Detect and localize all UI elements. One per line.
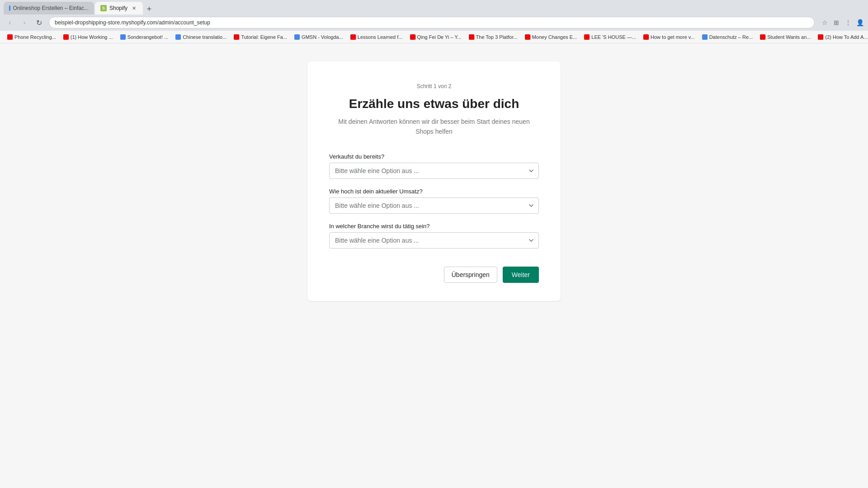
bookmark-9[interactable]: Money Changes E... bbox=[523, 33, 579, 41]
bookmark-label-12: Datenschutz – Re... bbox=[709, 34, 753, 40]
bookmark-4[interactable]: Tutorial: Eigene Fa... bbox=[232, 33, 289, 41]
bookmark-6[interactable]: Lessons Learned f... bbox=[349, 33, 405, 41]
new-tab-button[interactable]: + bbox=[144, 4, 155, 14]
bookmark-label-11: How to get more v... bbox=[651, 34, 695, 40]
bookmark-7[interactable]: Qing Fei De Yi – Y... bbox=[408, 33, 463, 41]
bookmark-favicon-9 bbox=[525, 34, 530, 40]
skip-button[interactable]: Überspringen bbox=[444, 267, 497, 283]
bookmark-favicon-0 bbox=[7, 34, 13, 40]
back-button[interactable]: ‹ bbox=[4, 16, 16, 29]
page-content: Schritt 1 von 2 Erzähle uns etwas über d… bbox=[0, 43, 868, 488]
bookmark-favicon-11 bbox=[643, 34, 649, 40]
bookmark-12[interactable]: Datenschutz – Re... bbox=[700, 33, 755, 41]
bookmark-favicon-13 bbox=[760, 34, 765, 40]
bookmark-13[interactable]: Student Wants an... bbox=[758, 33, 812, 41]
bookmark-favicon-12 bbox=[702, 34, 708, 40]
bookmark-favicon-5 bbox=[294, 34, 300, 40]
bookmark-icon[interactable]: ☆ bbox=[820, 18, 829, 27]
bookmark-label-4: Tutorial: Eigene Fa... bbox=[241, 34, 287, 40]
next-button[interactable]: Weiter bbox=[503, 267, 539, 283]
bookmark-label-5: GMSN - Vologda... bbox=[302, 34, 343, 40]
form-group-revenue: Wie hoch ist dein aktueller Umsatz? Bitt… bbox=[329, 188, 539, 214]
bookmark-favicon-14 bbox=[818, 34, 823, 40]
menu-icon[interactable]: ⋮ bbox=[844, 18, 853, 27]
form-group-selling: Verkaufst du bereits? Bitte wähle eine O… bbox=[329, 153, 539, 179]
bookmark-10[interactable]: LEE 'S HOUSE —... bbox=[582, 33, 638, 41]
browser-tab-2[interactable]: S Shopify ✕ bbox=[95, 2, 143, 14]
browser-chrome: Onlineshop Erstellen – Einfac... S Shopi… bbox=[0, 0, 868, 43]
form-group-industry: In welcher Branche wirst du tätig sein? … bbox=[329, 223, 539, 249]
profile-icon[interactable]: 👤 bbox=[855, 18, 864, 27]
field3-label: In welcher Branche wirst du tätig sein? bbox=[329, 223, 539, 230]
browser-tabs-bar: Onlineshop Erstellen – Einfac... S Shopi… bbox=[0, 0, 868, 14]
bookmark-5[interactable]: GMSN - Vologda... bbox=[292, 33, 345, 41]
page-title: Erzähle uns etwas über dich bbox=[329, 97, 539, 111]
browser-tab-1[interactable]: Onlineshop Erstellen – Einfac... bbox=[4, 2, 94, 14]
bookmark-favicon-6 bbox=[350, 34, 356, 40]
bookmark-label-8: The Top 3 Platfor... bbox=[476, 34, 518, 40]
refresh-button[interactable]: ↻ bbox=[33, 16, 45, 29]
url-text: beispiel-dropshipping-store.myshopify.co… bbox=[55, 19, 210, 26]
nav-buttons: ‹ › ↻ bbox=[4, 16, 45, 29]
bookmark-label-13: Student Wants an... bbox=[767, 34, 811, 40]
bookmark-11[interactable]: How to get more v... bbox=[642, 33, 697, 41]
bookmark-label-2: Sonderangebot! ... bbox=[127, 34, 169, 40]
bookmark-label-10: LEE 'S HOUSE —... bbox=[591, 34, 636, 40]
address-bar[interactable]: beispiel-dropshipping-store.myshopify.co… bbox=[49, 17, 815, 28]
forward-button[interactable]: › bbox=[18, 16, 31, 29]
bookmark-favicon-2 bbox=[120, 34, 126, 40]
field1-select[interactable]: Bitte wähle eine Option aus ... Ja Nein bbox=[329, 163, 539, 179]
browser-action-buttons: ☆ ⊞ ⋮ 👤 bbox=[820, 18, 864, 27]
field1-label: Verkaufst du bereits? bbox=[329, 153, 539, 160]
card-footer: Überspringen Weiter bbox=[329, 267, 539, 283]
bookmark-favicon-10 bbox=[584, 34, 590, 40]
step-indicator: Schritt 1 von 2 bbox=[329, 83, 539, 89]
bookmark-label-3: Chinese translatio... bbox=[183, 34, 226, 40]
tab1-favicon bbox=[9, 5, 10, 11]
bookmark-label-0: Phone Recycling... bbox=[14, 34, 56, 40]
tab2-favicon: S bbox=[100, 5, 107, 11]
bookmarks-bar: Phone Recycling... (1) How Working ... S… bbox=[0, 31, 868, 43]
bookmark-3[interactable]: Chinese translatio... bbox=[174, 33, 228, 41]
bookmark-label-6: Lessons Learned f... bbox=[358, 34, 403, 40]
bookmark-2[interactable]: Sonderangebot! ... bbox=[118, 33, 170, 41]
field2-select[interactable]: Bitte wähle eine Option aus ... Unter 1.… bbox=[329, 197, 539, 214]
field2-label: Wie hoch ist dein aktueller Umsatz? bbox=[329, 188, 539, 195]
browser-toolbar: ‹ › ↻ beispiel-dropshipping-store.myshop… bbox=[0, 14, 868, 31]
bookmark-label-1: (1) How Working ... bbox=[71, 34, 113, 40]
bookmark-favicon-1 bbox=[63, 34, 69, 40]
bookmark-8[interactable]: The Top 3 Platfor... bbox=[467, 33, 519, 41]
form-section: Verkaufst du bereits? Bitte wähle eine O… bbox=[329, 153, 539, 249]
bookmark-1[interactable]: (1) How Working ... bbox=[61, 33, 115, 41]
bookmark-favicon-3 bbox=[175, 34, 181, 40]
bookmark-0[interactable]: Phone Recycling... bbox=[5, 33, 58, 41]
bookmark-label-9: Money Changes E... bbox=[532, 34, 577, 40]
extensions-icon[interactable]: ⊞ bbox=[832, 18, 841, 27]
tab2-label: Shopify bbox=[109, 5, 127, 11]
page-subtitle: Mit deinen Antworten können wir dir bess… bbox=[329, 117, 539, 137]
tab2-close-button[interactable]: ✕ bbox=[130, 5, 137, 12]
tab1-label: Onlineshop Erstellen – Einfac... bbox=[13, 5, 89, 11]
bookmark-14[interactable]: (2) How To Add A... bbox=[816, 33, 868, 41]
bookmark-favicon-7 bbox=[410, 34, 415, 40]
setup-card: Schritt 1 von 2 Erzähle uns etwas über d… bbox=[307, 61, 561, 301]
bookmark-label-7: Qing Fei De Yi – Y... bbox=[417, 34, 462, 40]
bookmark-favicon-4 bbox=[234, 34, 239, 40]
bookmark-label-14: (2) How To Add A... bbox=[825, 34, 868, 40]
bookmark-favicon-8 bbox=[469, 34, 474, 40]
field3-select[interactable]: Bitte wähle eine Option aus ... Mode Ele… bbox=[329, 232, 539, 249]
